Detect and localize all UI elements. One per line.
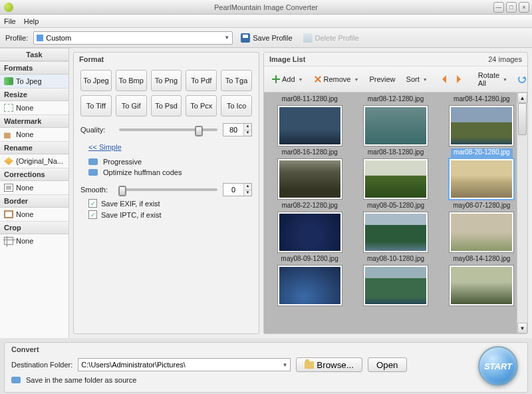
scroll-down-button[interactable]: ▼	[517, 323, 527, 333]
thumbnail-item[interactable]: may08-05-1280.jpg	[359, 202, 432, 252]
corrections-header[interactable]: Corrections	[0, 168, 68, 181]
progressive-checkbox[interactable]: Progressive	[88, 158, 252, 166]
watermark-icon	[4, 130, 13, 138]
thumbnail-image	[278, 106, 342, 146]
scrollbar[interactable]: ▲ ▼	[517, 93, 527, 333]
format-button-to-pdf[interactable]: To Pdf	[186, 70, 217, 91]
scroll-up-button[interactable]: ▲	[517, 93, 527, 103]
format-button-to-tga[interactable]: To Tga	[221, 70, 252, 91]
browse-button[interactable]: Browse...	[296, 357, 362, 372]
delete-profile-button: Delete Profile	[301, 32, 362, 44]
iptc-checkbox[interactable]: ✓Save IPTC, if exist	[88, 210, 252, 219]
imagelist-title: Image List	[269, 55, 305, 63]
thumbnail-item[interactable]: mar08-12-1280.jpg	[359, 95, 432, 146]
start-button[interactable]: START	[478, 346, 518, 386]
thumbnail-filename: may08-14-1280.jpg	[453, 255, 510, 264]
close-button[interactable]: ×	[519, 2, 529, 13]
arrow-right-icon	[457, 75, 465, 83]
sidebar-item-watermark[interactable]: None	[0, 128, 68, 141]
chevron-down-icon[interactable]: ▼	[352, 77, 358, 82]
crop-header[interactable]: Crop	[0, 221, 68, 234]
maximize-button[interactable]: □	[506, 2, 517, 13]
format-button-to-ico[interactable]: To Ico	[221, 95, 252, 116]
watermark-header[interactable]: Watermark	[0, 114, 68, 128]
format-button-to-tiff[interactable]: To Tiff	[80, 95, 112, 116]
sidebar-item-corrections[interactable]: None	[0, 181, 68, 194]
thumbnail-item[interactable]: may08-07-1280.jpg	[446, 202, 518, 252]
smooth-label: Smooth:	[80, 186, 114, 194]
dest-folder-combo[interactable]: ▼	[78, 358, 291, 371]
dest-folder-input[interactable]	[81, 361, 282, 369]
thumbnail-image	[364, 159, 428, 199]
sidebar-item-rename[interactable]: {Original_Na...	[0, 154, 68, 168]
next-button[interactable]	[453, 73, 469, 85]
resize-header[interactable]: Resize	[0, 88, 68, 101]
thumbnail-item[interactable]: may08-14-1280.jpg	[446, 255, 518, 305]
formats-header[interactable]: Formats	[0, 61, 68, 75]
checkbox-icon: ✓	[88, 210, 97, 219]
sidebar-item-border[interactable]: None	[0, 208, 68, 221]
corrections-icon	[4, 184, 13, 192]
scroll-thumb[interactable]	[518, 103, 527, 135]
open-button[interactable]: Open	[368, 357, 407, 372]
chevron-down-icon[interactable]: ▼	[501, 77, 507, 82]
format-button-to-bmp[interactable]: To Bmp	[116, 70, 147, 91]
menu-file[interactable]: File	[4, 17, 16, 25]
border-icon	[4, 210, 13, 218]
format-button-to-pcx[interactable]: To Pcx	[186, 95, 217, 116]
format-button-to-jpeg[interactable]: To Jpeg	[80, 70, 112, 91]
thumbnail-item[interactable]: may08-10-1280.jpg	[359, 255, 432, 305]
thumbnail-filename: mar08-16-1280.jpg	[281, 148, 338, 158]
thumbnail-item[interactable]: mar08-22-1280.jpg	[273, 202, 346, 252]
thumbnail-filename: may08-07-1280.jpg	[453, 202, 510, 211]
smooth-slider[interactable]	[119, 188, 217, 191]
thumbnail-area[interactable]: mar08-11-1280.jpgmar08-12-1280.jpgmar08-…	[264, 93, 527, 333]
profile-combo[interactable]: ▼	[33, 31, 233, 45]
format-button-to-png[interactable]: To Png	[151, 70, 182, 91]
thumbnail-image	[450, 159, 513, 199]
chevron-down-icon[interactable]: ▼	[282, 362, 287, 368]
thumbnail-item[interactable]: may08-09-1280.jpg	[273, 255, 346, 305]
thumbnail-image	[364, 266, 428, 305]
huffman-checkbox[interactable]: Optimize huffman codes	[88, 168, 252, 176]
thumbnail-filename: mar08-22-1280.jpg	[281, 202, 338, 211]
thumbnail-item[interactable]: mar08-18-1280.jpg	[359, 148, 432, 199]
thumbnail-filename: mar08-18-1280.jpg	[368, 148, 424, 158]
simple-link[interactable]: << Simple	[88, 143, 122, 151]
rename-header[interactable]: Rename	[0, 141, 68, 154]
thumbnail-item[interactable]: mar08-11-1280.jpg	[273, 95, 346, 146]
thumbnail-item[interactable]: mar08-14-1280.jpg	[446, 95, 518, 146]
quality-spinner[interactable]: ▲▼	[223, 123, 252, 136]
exif-checkbox[interactable]: ✓Save EXIF, if exist	[88, 199, 252, 208]
thumbnail-image	[364, 106, 428, 146]
thumbnail-filename: mar08-12-1280.jpg	[368, 95, 424, 104]
sidebar-item-formats[interactable]: To Jpeg	[0, 75, 68, 88]
crop-icon	[4, 237, 13, 245]
menu-help[interactable]: Help	[24, 17, 39, 25]
quality-slider[interactable]	[119, 128, 217, 131]
format-button-to-psd[interactable]: To Psd	[151, 95, 182, 116]
prev-button[interactable]	[434, 73, 450, 85]
sidebar-item-crop[interactable]: None	[0, 234, 68, 248]
chevron-down-icon[interactable]: ▼	[297, 77, 303, 82]
format-button-to-gif[interactable]: To Gif	[116, 95, 147, 116]
add-button[interactable]: Add▼	[268, 73, 307, 85]
rotate-all-button[interactable]: Rotate All▼	[474, 69, 511, 89]
thumbnail-filename: mar08-11-1280.jpg	[281, 95, 338, 104]
smooth-spinner[interactable]: ▲▼	[223, 183, 252, 196]
profile-input[interactable]	[46, 34, 221, 42]
chevron-down-icon[interactable]: ▼	[221, 35, 229, 41]
samefolder-checkbox[interactable]: Save in the same folder as source	[11, 376, 478, 384]
sidebar-item-resize[interactable]: None	[0, 101, 68, 114]
thumbnail-item[interactable]: mar08-16-1280.jpg	[273, 148, 346, 199]
rotate-ccw-button[interactable]	[514, 73, 530, 85]
save-icon	[241, 33, 250, 43]
preview-button[interactable]: Preview	[365, 73, 399, 85]
chevron-down-icon[interactable]: ▼	[422, 77, 428, 82]
thumbnail-item[interactable]: mar08-20-1280.jpg	[446, 148, 518, 199]
minimize-button[interactable]: —	[493, 2, 504, 13]
border-header[interactable]: Border	[0, 194, 68, 208]
remove-button[interactable]: Remove▼	[310, 73, 363, 85]
save-profile-button[interactable]: Save Profile	[238, 32, 295, 44]
sort-button[interactable]: Sort▼	[402, 73, 432, 85]
